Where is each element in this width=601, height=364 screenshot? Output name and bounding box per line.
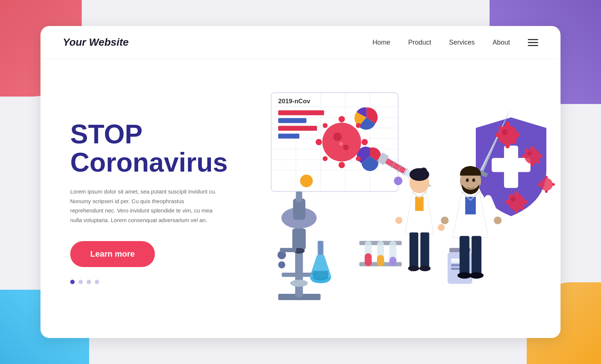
svg-rect-52 bbox=[377, 255, 384, 266]
svg-point-107 bbox=[530, 163, 534, 166]
svg-point-91 bbox=[441, 217, 449, 224]
svg-point-23 bbox=[361, 139, 368, 145]
svg-point-43 bbox=[290, 280, 308, 287]
svg-point-109 bbox=[539, 155, 542, 158]
nav-link-services[interactable]: Services bbox=[449, 39, 475, 46]
svg-rect-93 bbox=[459, 236, 470, 274]
svg-rect-94 bbox=[472, 236, 482, 274]
svg-point-114 bbox=[545, 176, 548, 179]
svg-point-124 bbox=[522, 207, 524, 210]
hero-illustration: 2019-nCov bbox=[250, 59, 561, 338]
svg-point-111 bbox=[537, 161, 540, 164]
svg-point-19 bbox=[322, 123, 361, 161]
svg-point-125 bbox=[511, 197, 516, 202]
svg-point-79 bbox=[420, 168, 427, 175]
svg-rect-86 bbox=[411, 267, 412, 271]
svg-rect-15 bbox=[278, 126, 317, 131]
svg-rect-37 bbox=[296, 192, 302, 202]
hero-headline: STOP Coronavirus bbox=[70, 120, 228, 176]
content-area: STOP Coronavirus Lorem ipsum dolor sit a… bbox=[40, 59, 561, 338]
svg-rect-16 bbox=[278, 134, 299, 139]
nav-link-product[interactable]: Product bbox=[408, 39, 431, 46]
svg-point-122 bbox=[524, 200, 527, 204]
svg-point-84 bbox=[408, 266, 419, 271]
svg-point-96 bbox=[470, 272, 484, 279]
svg-point-80 bbox=[395, 217, 402, 224]
navbar: Your Website Home Product Services About bbox=[40, 26, 561, 59]
svg-point-28 bbox=[333, 133, 342, 141]
svg-point-81 bbox=[438, 224, 445, 231]
svg-rect-82 bbox=[409, 233, 418, 268]
brand-logo: Your Website bbox=[63, 36, 129, 48]
svg-point-32 bbox=[394, 177, 403, 185]
svg-rect-87 bbox=[465, 197, 476, 214]
hamburger-button[interactable] bbox=[528, 39, 538, 46]
svg-point-123 bbox=[509, 194, 511, 197]
svg-point-115 bbox=[545, 190, 548, 193]
dot-3[interactable] bbox=[87, 280, 91, 284]
svg-point-100 bbox=[496, 133, 500, 137]
nav-link-about[interactable]: About bbox=[493, 39, 510, 46]
carousel-dots bbox=[70, 280, 228, 284]
svg-point-113 bbox=[540, 178, 553, 191]
dot-1[interactable] bbox=[70, 280, 75, 284]
svg-point-26 bbox=[323, 156, 328, 161]
svg-point-42 bbox=[278, 261, 285, 269]
svg-point-116 bbox=[538, 183, 541, 186]
nav-link-home[interactable]: Home bbox=[373, 39, 390, 46]
svg-point-24 bbox=[323, 123, 328, 128]
svg-point-121 bbox=[506, 200, 509, 204]
svg-rect-50 bbox=[365, 253, 372, 266]
dot-4[interactable] bbox=[95, 280, 99, 284]
learn-more-button[interactable]: Learn more bbox=[70, 241, 155, 267]
svg-rect-69 bbox=[492, 158, 530, 172]
svg-rect-38 bbox=[292, 228, 306, 250]
svg-point-112 bbox=[527, 151, 532, 155]
left-panel: STOP Coronavirus Lorem ipsum dolor sit a… bbox=[40, 59, 250, 338]
hamburger-line-1 bbox=[528, 39, 538, 40]
svg-point-98 bbox=[506, 121, 510, 126]
nav-links: Home Product Services About bbox=[373, 39, 510, 46]
svg-point-108 bbox=[522, 155, 525, 158]
svg-point-117 bbox=[552, 183, 555, 186]
svg-point-104 bbox=[502, 129, 507, 135]
svg-point-120 bbox=[515, 209, 518, 213]
svg-point-92 bbox=[494, 217, 501, 224]
svg-point-30 bbox=[339, 142, 342, 146]
dot-2[interactable] bbox=[78, 280, 83, 284]
svg-point-22 bbox=[316, 139, 322, 145]
svg-point-85 bbox=[419, 266, 431, 271]
main-card: Your Website Home Product Services About… bbox=[40, 26, 561, 338]
svg-point-21 bbox=[339, 162, 345, 168]
svg-point-25 bbox=[356, 123, 361, 128]
svg-rect-13 bbox=[278, 110, 324, 115]
svg-rect-14 bbox=[278, 118, 306, 123]
svg-point-27 bbox=[356, 156, 361, 161]
svg-text:2019-nCov: 2019-nCov bbox=[278, 98, 311, 105]
svg-point-89 bbox=[466, 178, 469, 182]
svg-rect-83 bbox=[420, 233, 429, 268]
svg-point-103 bbox=[513, 140, 516, 144]
hero-body-text: Lorem ipsum dolor sit amet, sea putant s… bbox=[70, 187, 219, 225]
svg-point-31 bbox=[300, 175, 313, 187]
svg-point-119 bbox=[515, 191, 518, 195]
svg-point-102 bbox=[499, 126, 502, 130]
svg-point-106 bbox=[530, 146, 534, 149]
hamburger-line-3 bbox=[528, 45, 538, 46]
svg-point-29 bbox=[343, 144, 349, 150]
svg-point-90 bbox=[472, 178, 475, 182]
svg-point-110 bbox=[525, 149, 528, 152]
svg-rect-54 bbox=[389, 257, 396, 266]
svg-point-20 bbox=[339, 116, 345, 122]
right-panel: 2019-nCov bbox=[250, 59, 561, 338]
svg-point-101 bbox=[515, 133, 519, 137]
svg-point-99 bbox=[506, 144, 510, 148]
svg-rect-44 bbox=[280, 248, 296, 252]
svg-rect-45 bbox=[318, 241, 323, 255]
hamburger-line-2 bbox=[528, 42, 538, 43]
